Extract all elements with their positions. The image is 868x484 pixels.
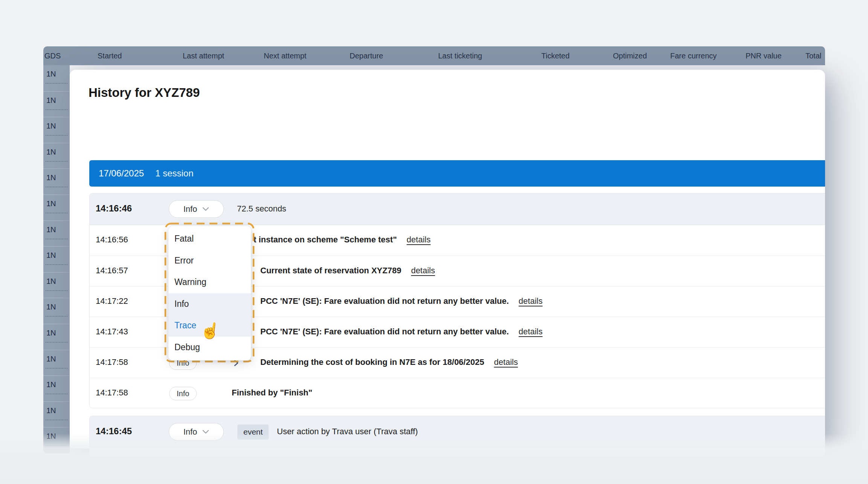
gds-dotted-underline <box>46 316 67 317</box>
column-header-started: Started <box>98 52 122 60</box>
gds-cell: 1N <box>46 148 56 156</box>
gds-dotted-underline <box>46 213 67 213</box>
table-row: 1N <box>43 143 70 169</box>
menu-item-debug[interactable]: Debug <box>168 337 251 358</box>
gds-cell: 1N <box>46 70 56 78</box>
gds-cell: 1N <box>46 122 56 130</box>
session-duration: 72.5 seconds <box>237 204 286 214</box>
log-time: 14:17:58 <box>96 388 128 398</box>
chevron-down-icon <box>202 430 209 434</box>
event-tag: event <box>237 424 269 440</box>
column-header-next-attempt: Next attempt <box>264 52 306 60</box>
level-filter-2-value: Info <box>183 427 197 437</box>
session-header: 14:16:46 Info 72.5 seconds <box>90 193 825 225</box>
menu-item-warning[interactable]: Warning <box>168 271 251 293</box>
level-filter-dropdown-2[interactable]: Info <box>169 423 224 441</box>
session-group-bar[interactable]: 17/06/2025 1 session <box>89 160 825 187</box>
session-date: 17/06/2025 <box>99 168 144 179</box>
table-row: 1N <box>43 91 70 117</box>
gds-cell: 1N <box>46 432 56 441</box>
gds-cell: 1N <box>46 225 56 234</box>
table-row: 1N <box>43 298 70 324</box>
gds-cell: 1N <box>46 199 56 208</box>
gds-cell: 1N <box>46 303 56 311</box>
column-header-pnr-value: PNR value <box>746 52 782 60</box>
gds-dotted-underline <box>46 290 67 291</box>
session-count: 1 session <box>155 168 193 179</box>
table-row: 1N <box>43 117 70 143</box>
level-filter-value: Info <box>183 204 197 214</box>
details-link[interactable]: details <box>411 266 435 275</box>
log-message: Current state of reservation XYZ789detai… <box>260 266 435 276</box>
log-time: 14:16:56 <box>96 235 128 245</box>
column-header-last-ticketing: Last ticketing <box>438 52 482 60</box>
gds-dotted-underline <box>46 368 67 369</box>
gds-dotted-underline <box>46 161 67 162</box>
gds-dotted-underline <box>46 445 67 446</box>
level-filter-dropdown[interactable]: Info <box>169 200 224 218</box>
gds-dotted-underline <box>46 264 67 265</box>
details-link[interactable]: details <box>494 357 518 367</box>
table-row: 1N <box>43 401 70 427</box>
column-header-departure: Departure <box>350 52 383 60</box>
menu-item-error[interactable]: Error <box>168 250 251 272</box>
gds-dotted-underline <box>46 342 67 343</box>
details-link[interactable]: details <box>519 327 543 336</box>
gds-cell: 1N <box>46 251 56 260</box>
gds-cell: 1N <box>46 380 56 389</box>
table-row: 1N <box>43 427 70 453</box>
gds-dotted-underline <box>46 239 67 239</box>
table-row: 1N <box>43 168 70 195</box>
expand-chevron-icon[interactable] <box>233 359 240 367</box>
menu-item-fatal[interactable]: Fatal <box>168 228 251 250</box>
background-table-header: GDSStartedLast attemptNext attemptDepart… <box>43 46 825 65</box>
level-dropdown-menu: FatalErrorWarningInfoTraceDebug <box>168 226 251 360</box>
session-panel-2: 14:16:45 Info event User action by Trava… <box>89 416 825 457</box>
menu-item-info[interactable]: Info <box>168 293 251 315</box>
gds-cell: 1N <box>46 277 56 286</box>
details-link[interactable]: details <box>406 235 431 244</box>
log-message: Determining the cost of booking in N7E a… <box>260 357 518 367</box>
column-header-total: Total <box>805 52 821 60</box>
session-2-time: 14:16:45 <box>96 426 132 437</box>
gds-cell: 1N <box>46 173 56 182</box>
gds-dotted-underline <box>46 420 67 420</box>
gds-dotted-underline <box>46 109 67 110</box>
log-message: Finished by "Finish" <box>232 388 312 398</box>
log-time: 14:17:43 <box>96 327 128 337</box>
log-time: 14:17:58 <box>96 357 128 367</box>
gds-cell: 1N <box>46 406 56 415</box>
table-row: 1N <box>43 65 70 91</box>
details-link[interactable]: details <box>519 296 543 306</box>
gds-cell: 1N <box>46 96 56 105</box>
table-row: 1N <box>43 324 70 350</box>
background-table-gds-column: 1N1N1N1N1N1N1N1N1N1N1N1N1N1N1N <box>43 65 70 453</box>
log-row: 14:17:58InfoFinished by "Finish" <box>90 378 825 408</box>
log-message: PCC 'N7E' (SE): Fare evaluation did not … <box>260 296 542 306</box>
table-row: 1N <box>43 375 70 401</box>
gds-cell: 1N <box>46 329 56 337</box>
gds-dotted-underline <box>46 135 67 136</box>
session-time: 14:16:46 <box>96 203 132 214</box>
column-header-last-attempt: Last attempt <box>183 52 224 60</box>
log-message: t instance on scheme "Scheme test"detail… <box>254 235 431 245</box>
log-time: 14:16:57 <box>96 266 128 276</box>
table-row: 1N <box>43 350 70 376</box>
menu-item-trace[interactable]: Trace <box>168 315 251 337</box>
gds-dotted-underline <box>46 187 67 187</box>
page-title: History for XYZ789 <box>89 86 200 100</box>
session-2-message: User action by Trava user (Trava staff) <box>277 427 418 437</box>
log-level-badge: Info <box>169 387 197 400</box>
log-message: PCC 'N7E' (SE): Fare evaluation did not … <box>260 327 542 337</box>
table-row: 1N <box>43 221 70 247</box>
column-header-gds: GDS <box>44 52 61 60</box>
gds-dotted-underline <box>46 83 67 84</box>
column-header-optimized: Optimized <box>613 52 647 60</box>
table-row: 1N <box>43 246 70 272</box>
gds-dotted-underline <box>46 394 67 394</box>
table-row: 1N <box>43 195 70 221</box>
session-2-header: 14:16:45 Info event User action by Trava… <box>90 416 825 448</box>
chevron-down-icon <box>202 207 209 211</box>
column-header-ticketed: Ticketed <box>541 52 570 60</box>
gds-cell: 1N <box>46 355 56 363</box>
